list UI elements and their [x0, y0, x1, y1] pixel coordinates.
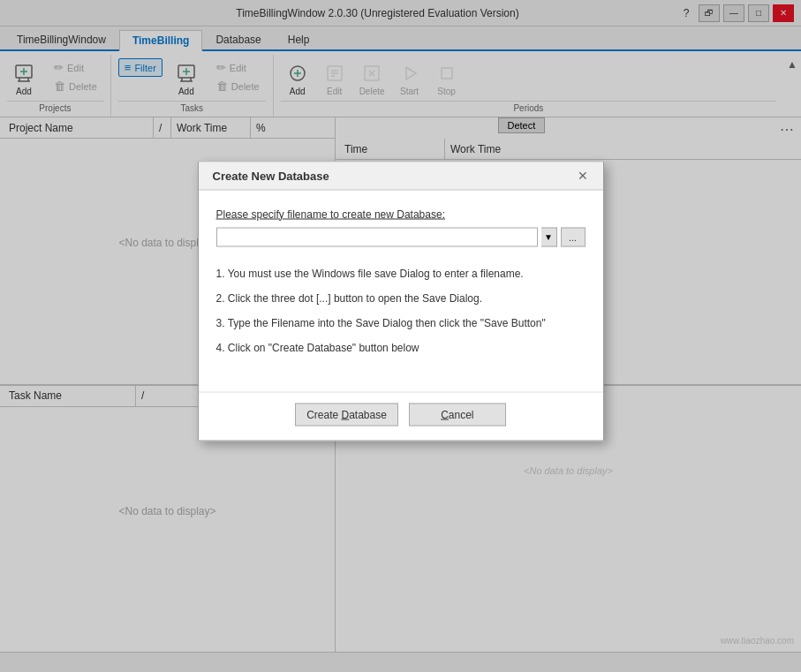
- create-database-button[interactable]: Create Database: [295, 403, 398, 426]
- create-database-dialog: Create New Database ✕ Please specify fil…: [198, 161, 604, 441]
- create-database-label: Create Database: [306, 408, 387, 420]
- dialog-input-row: ▼ ...: [216, 227, 586, 246]
- browse-icon: ...: [569, 231, 577, 242]
- cancel-label: Cancel: [441, 408, 473, 420]
- instruction-2: 2. Click the three dot [...] button to o…: [216, 285, 586, 310]
- dropdown-icon: ▼: [544, 232, 553, 242]
- dialog-title: Create New Database: [213, 169, 329, 182]
- cancel-button[interactable]: Cancel: [409, 403, 506, 426]
- dialog-footer: Create Database Cancel: [199, 391, 603, 440]
- dialog-body: Please specify filename to create new Da…: [199, 190, 603, 391]
- dialog-instructions: 1. You must use the Windows file save Di…: [216, 260, 586, 359]
- dialog-instruction-label: Please specify filename to create new Da…: [216, 208, 586, 220]
- filename-input[interactable]: [216, 227, 538, 246]
- dropdown-button[interactable]: ▼: [541, 227, 557, 246]
- dialog-close-button[interactable]: ✕: [573, 166, 593, 185]
- browse-button[interactable]: ...: [561, 227, 586, 246]
- instruction-4: 4. Click on "Create Database" button bel…: [216, 335, 586, 359]
- instruction-3: 3. Type the Filename into the Save Dialo…: [216, 310, 586, 335]
- dialog-title-bar: Create New Database ✕: [199, 162, 603, 190]
- instruction-1: 1. You must use the Windows file save Di…: [216, 260, 586, 285]
